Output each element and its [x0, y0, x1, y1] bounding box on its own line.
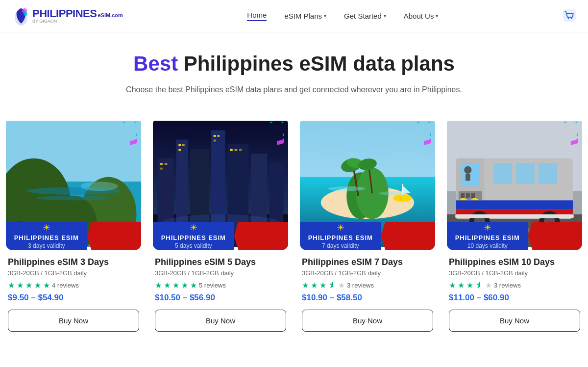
logo-icon: [12, 6, 30, 26]
svg-point-14: [36, 195, 111, 200]
svg-point-42: [267, 122, 284, 139]
star-filled: ★: [155, 281, 162, 290]
badge-title-5days: PHILIPPINES ESIM: [161, 234, 226, 241]
buy-button-5days[interactable]: Buy Now: [155, 310, 286, 332]
svg-rect-73: [456, 200, 573, 210]
buy-button-7days[interactable]: Buy Now: [302, 310, 433, 332]
star-filled: ★: [181, 281, 188, 290]
logo-esim: eSIM.com: [98, 12, 122, 18]
svg-point-83: [464, 166, 471, 173]
svg-point-85: [557, 122, 578, 143]
buy-button-3days[interactable]: Buy Now: [8, 310, 139, 332]
star-half: ⯨: [328, 281, 336, 289]
hero-title-rest: Philippines eSIM data plans: [178, 52, 455, 75]
nav-links: Home eSIM Plans ▾ Get Started ▾ About Us…: [247, 11, 438, 21]
star-filled: ★: [311, 281, 318, 290]
card-image-5days: ☀ PHILIPPINES ESIM 5 days validity: [153, 118, 288, 250]
card-title-7days: Philippines eSIM 7 Days: [302, 257, 433, 267]
card-title-3days: Philippines eSIM 3 Days: [8, 257, 139, 267]
star-filled: ★: [449, 281, 456, 290]
badge-title-7days: PHILIPPINES ESIM: [308, 234, 373, 241]
card-info-7days: Philippines eSIM 7 Days 3GB-20GB / 1GB-2…: [300, 250, 435, 343]
cart-button[interactable]: [563, 8, 576, 24]
star-filled: ★: [8, 281, 15, 290]
svg-rect-82: [539, 163, 557, 184]
nav-esim-link[interactable]: eSIM Plans ▾: [284, 12, 326, 20]
sun-icon-10days: ☀: [484, 222, 491, 233]
nav-about-item[interactable]: About Us ▾: [404, 12, 439, 20]
nav-started-link[interactable]: Get Started ▾: [344, 12, 386, 20]
star-filled: ★: [172, 281, 179, 290]
navbar: PHILIPPINES eSIM.com BY GIGAON Home eSIM…: [0, 0, 588, 32]
logo-ph: PHILIPPINES: [32, 8, 97, 19]
svg-rect-29: [165, 163, 168, 165]
reviews-text-5days: 5 reviews: [199, 282, 226, 289]
svg-rect-70: [471, 193, 475, 198]
card-badge-7days: ☀ PHILIPPINES ESIM 7 days validity: [300, 222, 435, 250]
nav-esim-label: eSIM Plans: [284, 12, 322, 20]
badge-title-3days: PHILIPPINES ESIM: [14, 234, 79, 241]
svg-rect-33: [178, 149, 181, 151]
nav-started-label: Get Started: [344, 12, 382, 20]
plans-grid: ☀ PHILIPPINES ESIM 3 days validity Phili…: [0, 106, 588, 343]
star-filled: ★: [458, 281, 465, 290]
plan-card-3days: ☀ PHILIPPINES ESIM 3 days validity Phili…: [0, 118, 147, 343]
svg-rect-37: [230, 149, 233, 151]
flag-blue-10days: ☀ PHILIPPINES ESIM 10 days validity: [447, 222, 528, 250]
star-filled: ★: [164, 281, 171, 290]
card-info-10days: Philippines eSIM 10 Days 3GB-20GB / 1GB-…: [447, 250, 582, 343]
nav-home-item[interactable]: Home: [247, 11, 267, 21]
card-sub-3days: 3GB-20GB / 1GB-2GB daily: [8, 269, 139, 277]
reviews-text-10days: 3 reviews: [494, 282, 521, 289]
flag-blue-3days: ☀ PHILIPPINES ESIM 3 days validity: [6, 222, 87, 250]
cart-icon: [563, 8, 576, 22]
card-image-3days: ☀ PHILIPPINES ESIM 3 days validity: [6, 118, 141, 250]
svg-rect-30: [160, 167, 163, 169]
deco-circle-3days: [103, 122, 137, 156]
svg-point-86: [561, 122, 578, 139]
star-filled: ★: [34, 281, 41, 290]
svg-point-5: [571, 18, 572, 19]
hero-subtitle: Choose the best Philippines eSIM data pl…: [10, 83, 578, 96]
nav-started-item[interactable]: Get Started ▾: [344, 12, 386, 20]
svg-rect-32: [182, 144, 185, 146]
card-badge-5days: ☀ PHILIPPINES ESIM 5 days validity: [153, 222, 288, 250]
svg-point-4: [568, 18, 569, 19]
card-stars-5days: ★★★★★ 5 reviews: [155, 281, 286, 290]
nav-home-label: Home: [247, 11, 267, 19]
svg-rect-3: [563, 9, 576, 22]
hero-section: Best Philippines eSIM data plans Choose …: [0, 32, 588, 106]
star-filled: ★: [43, 281, 50, 290]
star-filled: ★: [466, 281, 473, 290]
flag-red-7days: [381, 222, 435, 250]
logo[interactable]: PHILIPPINES eSIM.com BY GIGAON: [12, 6, 123, 26]
plan-card-7days: ☀ PHILIPPINES ESIM 7 days validity Phili…: [294, 118, 441, 343]
buy-button-10days[interactable]: Buy Now: [449, 310, 580, 332]
badge-validity-3days: 3 days validity: [28, 242, 65, 249]
nav-home-link[interactable]: Home: [247, 11, 267, 21]
card-image-10days: ☀ PHILIPPINES ESIM 10 days validity: [447, 118, 582, 250]
card-price-7days: $10.90 – $58.50: [302, 293, 433, 303]
plan-card-5days: ☀ PHILIPPINES ESIM 5 days validity Phili…: [147, 118, 294, 343]
card-info-5days: Philippines eSIM 5 Days 3GB-20GB / 1GB-2…: [153, 250, 288, 343]
sun-icon-5days: ☀: [190, 222, 197, 233]
svg-rect-28: [160, 163, 163, 165]
deco-circle-5days: [250, 122, 284, 156]
card-price-10days: $11.00 – $60.90: [449, 293, 580, 303]
svg-rect-38: [235, 149, 238, 151]
svg-point-16: [116, 122, 137, 143]
card-title-5days: Philippines eSIM 5 Days: [155, 257, 286, 267]
star-filled: ★: [319, 281, 326, 290]
nav-esim-item[interactable]: eSIM Plans ▾: [284, 12, 326, 20]
card-price-5days: $10.50 – $56.90: [155, 293, 286, 303]
star-empty: ★: [338, 281, 345, 290]
badge-validity-5days: 5 days validity: [175, 242, 212, 249]
star-filled: ★: [302, 281, 309, 290]
about-chevron-icon: ▾: [436, 13, 438, 19]
nav-about-label: About Us: [404, 12, 434, 20]
star-half: ⯨: [475, 281, 483, 289]
card-stars-3days: ★★★★★ 4 reviews: [8, 281, 139, 290]
svg-point-17: [120, 122, 137, 139]
nav-about-link[interactable]: About Us ▾: [404, 12, 439, 20]
sun-icon-3days: ☀: [43, 222, 50, 233]
